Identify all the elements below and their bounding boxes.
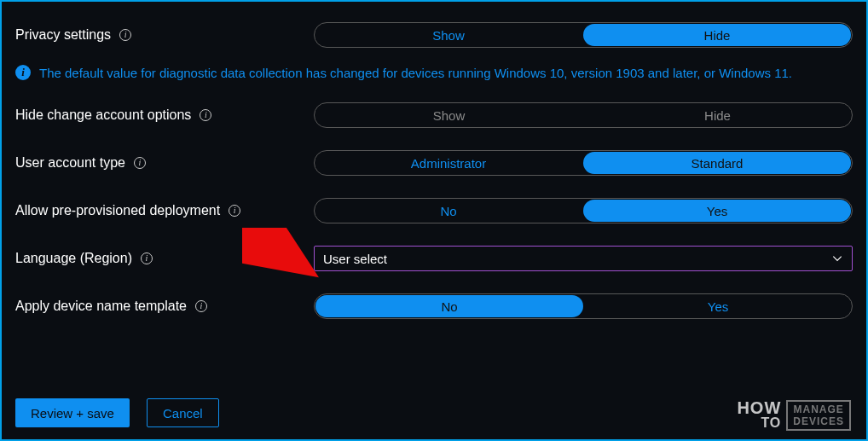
toggle-allow-preprov-no[interactable]: No (315, 199, 582, 223)
info-banner-icon: i (15, 65, 31, 80)
row-device-template: Apply device name template i No Yes (15, 288, 853, 324)
watermark-how: HOW TO (737, 400, 781, 431)
toggle-device-template-no[interactable]: No (315, 295, 583, 317)
toggle-allow-preprov-yes[interactable]: Yes (583, 200, 851, 222)
toggle-privacy-hide[interactable]: Hide (583, 24, 851, 46)
row-user-account-type: User account type i Administrator Standa… (15, 145, 853, 181)
label-device-template: Apply device name template i (15, 299, 314, 314)
info-banner-text: The default value for diagnostic data co… (39, 66, 792, 80)
label-allow-preprov: Allow pre-provisioned deployment i (15, 203, 314, 218)
toggle-device-template[interactable]: No Yes (314, 293, 853, 319)
dropdown-language-region[interactable]: User select (314, 246, 853, 271)
toggle-user-account-standard[interactable]: Standard (583, 152, 851, 174)
watermark: HOW TO MANAGE DEVICES (737, 400, 851, 431)
info-icon[interactable]: i (229, 205, 240, 217)
info-icon[interactable]: i (141, 252, 153, 264)
toggle-hide-change-account[interactable]: Show Hide (314, 102, 853, 128)
info-icon[interactable]: i (134, 157, 146, 169)
info-icon[interactable]: i (195, 300, 207, 312)
privacy-settings-text: Privacy settings (15, 27, 111, 43)
info-icon[interactable]: i (200, 109, 211, 121)
device-template-text: Apply device name template (15, 299, 187, 314)
dropdown-language-value: User select (323, 252, 387, 266)
chevron-down-icon (831, 252, 843, 264)
toggle-allow-preprov[interactable]: No Yes (314, 198, 853, 223)
review-save-button[interactable]: Review + save (15, 398, 130, 427)
label-hide-change-account: Hide change account options i (15, 107, 314, 123)
hide-change-account-text: Hide change account options (15, 107, 191, 123)
toggle-hide-change-show[interactable]: Show (315, 103, 583, 127)
row-privacy-settings: Privacy settings i Show Hide (15, 17, 853, 53)
user-account-type-text: User account type (15, 155, 125, 171)
row-allow-preprov: Allow pre-provisioned deployment i No Ye… (15, 193, 853, 229)
toggle-privacy-settings[interactable]: Show Hide (314, 22, 853, 48)
info-icon[interactable]: i (119, 29, 131, 41)
toggle-privacy-show[interactable]: Show (315, 23, 582, 47)
row-language-region: Language (Region) i User select (15, 241, 853, 276)
label-language-region: Language (Region) i (15, 251, 314, 266)
toggle-user-account-admin[interactable]: Administrator (315, 151, 582, 175)
toggle-device-template-yes[interactable]: Yes (584, 294, 852, 318)
label-privacy-settings: Privacy settings i (15, 27, 314, 43)
language-region-text: Language (Region) (15, 251, 132, 266)
cancel-button[interactable]: Cancel (147, 398, 219, 427)
info-banner: i The default value for diagnostic data … (15, 65, 853, 80)
footer-actions: Review + save Cancel (15, 398, 219, 427)
toggle-user-account-type[interactable]: Administrator Standard (314, 150, 853, 176)
toggle-hide-change-hide[interactable]: Hide (583, 103, 852, 127)
row-hide-change-account: Hide change account options i Show Hide (15, 97, 853, 133)
label-user-account-type: User account type i (15, 155, 314, 171)
watermark-box: MANAGE DEVICES (786, 400, 851, 431)
allow-preprov-text: Allow pre-provisioned deployment (15, 203, 220, 218)
